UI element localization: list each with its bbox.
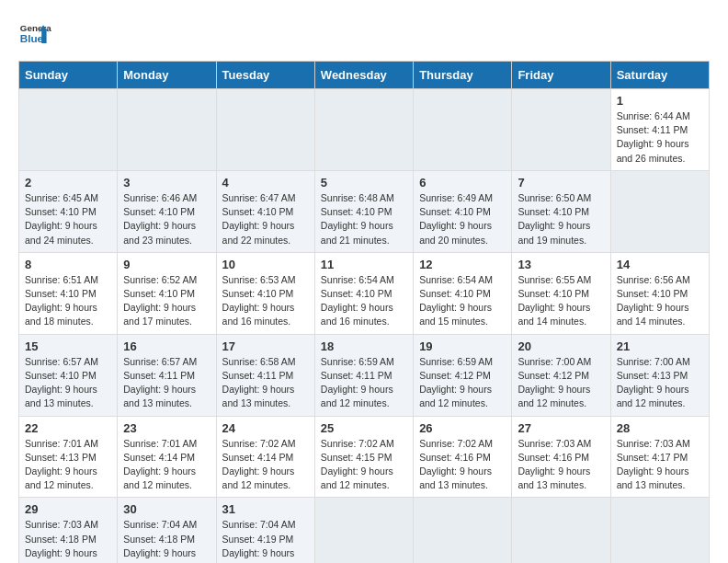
day-header-saturday: Saturday <box>610 62 709 89</box>
day-number: 4 <box>222 176 309 190</box>
calendar-cell: 24Sunrise: 7:02 AMSunset: 4:14 PMDayligh… <box>216 416 314 498</box>
calendar-cell: 12Sunrise: 6:54 AMSunset: 4:10 PMDayligh… <box>414 252 512 334</box>
day-number: 18 <box>321 339 407 353</box>
calendar-cell <box>216 89 314 171</box>
day-info: Sunrise: 6:47 AMSunset: 4:10 PMDaylight:… <box>222 191 309 247</box>
week-row: 2Sunrise: 6:45 AMSunset: 4:10 PMDaylight… <box>19 170 710 252</box>
calendar-cell: 15Sunrise: 6:57 AMSunset: 4:10 PMDayligh… <box>19 334 118 416</box>
week-row: 29Sunrise: 7:03 AMSunset: 4:18 PMDayligh… <box>19 498 710 563</box>
calendar-header: SundayMondayTuesdayWednesdayThursdayFrid… <box>19 62 710 89</box>
calendar-cell: 10Sunrise: 6:53 AMSunset: 4:10 PMDayligh… <box>216 252 314 334</box>
day-number: 29 <box>25 502 111 516</box>
calendar-cell: 27Sunrise: 7:03 AMSunset: 4:16 PMDayligh… <box>512 416 610 498</box>
day-info: Sunrise: 7:00 AMSunset: 4:12 PMDaylight:… <box>518 355 604 411</box>
day-info: Sunrise: 6:54 AMSunset: 4:10 PMDaylight:… <box>321 273 407 329</box>
logo: General Blue <box>18 18 51 52</box>
day-info: Sunrise: 6:59 AMSunset: 4:11 PMDaylight:… <box>321 355 407 411</box>
week-row: 22Sunrise: 7:01 AMSunset: 4:13 PMDayligh… <box>19 416 710 498</box>
calendar-cell <box>610 170 709 252</box>
day-number: 22 <box>25 421 111 435</box>
day-number: 24 <box>222 421 309 435</box>
calendar-cell <box>512 89 610 171</box>
day-number: 7 <box>518 176 604 190</box>
day-info: Sunrise: 7:02 AMSunset: 4:14 PMDaylight:… <box>222 437 309 493</box>
day-info: Sunrise: 7:03 AMSunset: 4:17 PMDaylight:… <box>617 437 703 493</box>
day-number: 2 <box>25 176 111 190</box>
day-header-tuesday: Tuesday <box>216 62 314 89</box>
day-info: Sunrise: 6:56 AMSunset: 4:10 PMDaylight:… <box>617 273 703 329</box>
day-info: Sunrise: 7:02 AMSunset: 4:15 PMDaylight:… <box>321 437 407 493</box>
calendar-cell: 5Sunrise: 6:48 AMSunset: 4:10 PMDaylight… <box>314 170 413 252</box>
day-info: Sunrise: 6:49 AMSunset: 4:10 PMDaylight:… <box>419 191 506 247</box>
day-number: 25 <box>321 421 407 435</box>
calendar-cell <box>414 498 512 563</box>
calendar-cell: 18Sunrise: 6:59 AMSunset: 4:11 PMDayligh… <box>314 334 413 416</box>
day-number: 23 <box>123 421 210 435</box>
calendar-cell: 30Sunrise: 7:04 AMSunset: 4:18 PMDayligh… <box>118 498 216 563</box>
calendar-cell: 6Sunrise: 6:49 AMSunset: 4:10 PMDaylight… <box>414 170 512 252</box>
day-info: Sunrise: 6:45 AMSunset: 4:10 PMDaylight:… <box>25 191 111 247</box>
day-number: 3 <box>123 176 210 190</box>
day-info: Sunrise: 6:55 AMSunset: 4:10 PMDaylight:… <box>518 273 604 329</box>
day-number: 9 <box>123 258 210 271</box>
calendar-cell <box>512 498 610 563</box>
day-number: 15 <box>25 339 111 353</box>
day-info: Sunrise: 7:03 AMSunset: 4:18 PMDaylight:… <box>25 518 111 563</box>
calendar-cell: 29Sunrise: 7:03 AMSunset: 4:18 PMDayligh… <box>19 498 118 563</box>
day-number: 10 <box>222 258 309 271</box>
calendar-body: 1Sunrise: 6:44 AMSunset: 4:11 PMDaylight… <box>19 89 710 564</box>
day-number: 14 <box>617 258 703 271</box>
day-number: 31 <box>222 502 309 516</box>
day-number: 1 <box>617 94 703 108</box>
svg-text:Blue: Blue <box>20 32 44 44</box>
day-info: Sunrise: 7:02 AMSunset: 4:16 PMDaylight:… <box>419 437 506 493</box>
calendar-cell: 20Sunrise: 7:00 AMSunset: 4:12 PMDayligh… <box>512 334 610 416</box>
calendar-cell: 3Sunrise: 6:46 AMSunset: 4:10 PMDaylight… <box>118 170 216 252</box>
calendar-table: SundayMondayTuesdayWednesdayThursdayFrid… <box>18 61 710 563</box>
calendar-cell: 19Sunrise: 6:59 AMSunset: 4:12 PMDayligh… <box>414 334 512 416</box>
calendar-cell: 23Sunrise: 7:01 AMSunset: 4:14 PMDayligh… <box>118 416 216 498</box>
logo-icon: General Blue <box>18 18 51 52</box>
day-number: 27 <box>518 421 604 435</box>
day-number: 5 <box>321 176 407 190</box>
calendar-cell: 9Sunrise: 6:52 AMSunset: 4:10 PMDaylight… <box>118 252 216 334</box>
header-row: SundayMondayTuesdayWednesdayThursdayFrid… <box>19 62 710 89</box>
calendar-cell <box>414 89 512 171</box>
day-number: 8 <box>25 258 111 271</box>
calendar-cell: 31Sunrise: 7:04 AMSunset: 4:19 PMDayligh… <box>216 498 314 563</box>
calendar-cell: 8Sunrise: 6:51 AMSunset: 4:10 PMDaylight… <box>19 252 118 334</box>
week-row: 15Sunrise: 6:57 AMSunset: 4:10 PMDayligh… <box>19 334 710 416</box>
calendar-cell: 14Sunrise: 6:56 AMSunset: 4:10 PMDayligh… <box>610 252 709 334</box>
calendar-cell <box>314 89 413 171</box>
calendar-cell: 17Sunrise: 6:58 AMSunset: 4:11 PMDayligh… <box>216 334 314 416</box>
day-info: Sunrise: 6:46 AMSunset: 4:10 PMDaylight:… <box>123 191 210 247</box>
day-number: 11 <box>321 258 407 271</box>
day-number: 17 <box>222 339 309 353</box>
day-info: Sunrise: 6:59 AMSunset: 4:12 PMDaylight:… <box>419 355 506 411</box>
calendar-cell: 26Sunrise: 7:02 AMSunset: 4:16 PMDayligh… <box>414 416 512 498</box>
day-info: Sunrise: 6:51 AMSunset: 4:10 PMDaylight:… <box>25 273 111 329</box>
calendar-cell: 28Sunrise: 7:03 AMSunset: 4:17 PMDayligh… <box>610 416 709 498</box>
calendar-cell: 16Sunrise: 6:57 AMSunset: 4:11 PMDayligh… <box>118 334 216 416</box>
calendar-cell: 1Sunrise: 6:44 AMSunset: 4:11 PMDaylight… <box>610 89 709 171</box>
calendar-cell <box>118 89 216 171</box>
header: General Blue <box>18 18 710 52</box>
day-number: 12 <box>419 258 506 271</box>
day-header-friday: Friday <box>512 62 610 89</box>
day-number: 6 <box>419 176 506 190</box>
calendar-cell: 11Sunrise: 6:54 AMSunset: 4:10 PMDayligh… <box>314 252 413 334</box>
day-header-monday: Monday <box>118 62 216 89</box>
week-row: 1Sunrise: 6:44 AMSunset: 4:11 PMDaylight… <box>19 89 710 171</box>
week-row: 8Sunrise: 6:51 AMSunset: 4:10 PMDaylight… <box>19 252 710 334</box>
day-number: 21 <box>617 339 703 353</box>
calendar-cell <box>610 498 709 563</box>
day-number: 20 <box>518 339 604 353</box>
day-header-wednesday: Wednesday <box>314 62 413 89</box>
day-info: Sunrise: 7:03 AMSunset: 4:16 PMDaylight:… <box>518 437 604 493</box>
day-info: Sunrise: 6:58 AMSunset: 4:11 PMDaylight:… <box>222 355 309 411</box>
day-info: Sunrise: 6:57 AMSunset: 4:11 PMDaylight:… <box>123 355 210 411</box>
day-header-thursday: Thursday <box>414 62 512 89</box>
calendar-cell: 13Sunrise: 6:55 AMSunset: 4:10 PMDayligh… <box>512 252 610 334</box>
day-info: Sunrise: 7:01 AMSunset: 4:13 PMDaylight:… <box>25 437 111 493</box>
day-header-sunday: Sunday <box>19 62 118 89</box>
